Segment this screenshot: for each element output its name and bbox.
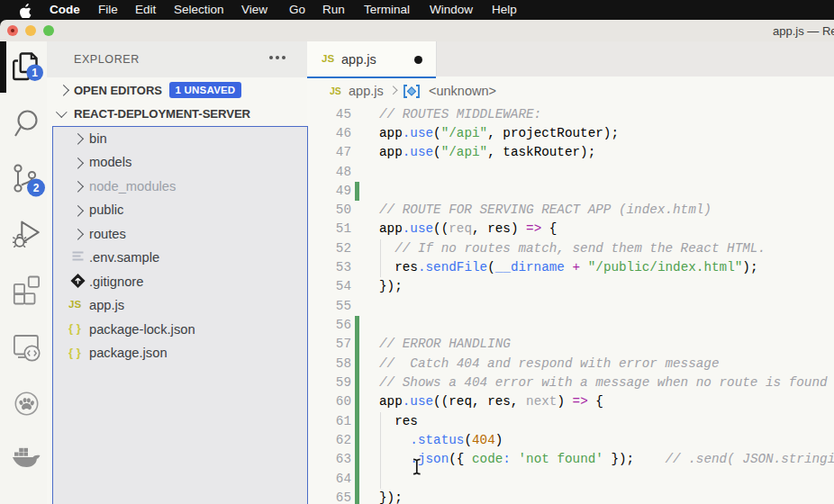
svg-text:1: 1	[32, 67, 38, 79]
svg-text:2: 2	[33, 182, 40, 194]
